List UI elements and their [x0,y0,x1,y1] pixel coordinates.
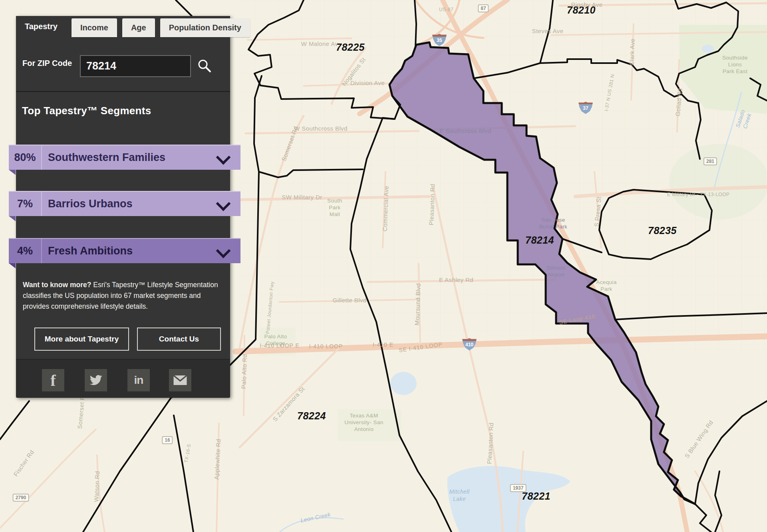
facebook-icon[interactable]: f [42,369,64,391]
info-text-bold: Want to know more? [23,281,91,289]
panel-heading: Top Tapestry™ Segments [22,105,151,117]
twitter-icon[interactable] [85,369,107,391]
tab-tapestry[interactable]: Tapestry [16,16,66,37]
segment-percent: 80% [9,145,42,170]
segment-percent: 7% [9,192,42,216]
chevron-down-icon[interactable] [216,244,231,258]
chevron-down-icon[interactable] [216,150,231,165]
tab-age[interactable]: Age [122,18,155,37]
segment-row-fresh-ambitions[interactable]: 4% Fresh Ambitions [9,238,240,263]
segment-percent: 4% [9,239,42,263]
segment-row-southwestern-families[interactable]: 80% Southwestern Families [9,145,240,170]
segment-name: Fresh Ambitions [48,239,133,263]
tapestry-panel: Tapestry Income Age Population Density F… [16,16,230,398]
linkedin-icon[interactable]: in [127,369,150,391]
segment-name: Barrios Urbanos [48,192,133,216]
contact-us-button[interactable]: Contact Us [137,328,221,351]
zip-search-row: For ZIP Code [16,37,230,92]
chevron-down-icon[interactable] [216,197,231,211]
search-button[interactable] [197,58,213,74]
zip-code-label: For ZIP Code [22,59,72,68]
zip-code-input[interactable] [80,55,191,77]
tab-income[interactable]: Income [72,18,117,37]
tab-bar: Tapestry Income Age Population Density [16,16,296,37]
email-icon[interactable] [169,369,191,391]
tab-population-density[interactable]: Population Density [160,18,250,37]
more-about-tapestry-button[interactable]: More about Tapestry [34,328,129,351]
segment-name: Southwestern Families [48,145,165,170]
search-icon [197,58,213,74]
social-strip: f in [16,359,230,398]
info-text: Want to know more? Esri's Tapestry™ Life… [23,280,223,312]
segment-row-barrios-urbanos[interactable]: 7% Barrios Urbanos [9,191,240,216]
